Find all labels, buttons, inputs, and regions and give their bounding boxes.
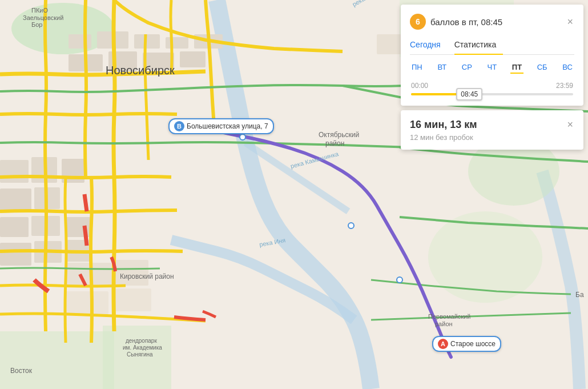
day-sun[interactable]: ВС (561, 62, 574, 74)
day-tue[interactable]: ВТ (436, 62, 448, 74)
svg-text:Новосибирск: Новосибирск (106, 64, 175, 77)
day-wed[interactable]: СР (460, 62, 474, 74)
time-end-label: 23:59 (556, 82, 573, 90)
svg-rect-7 (69, 34, 91, 49)
tab-statistics[interactable]: Статистика (454, 37, 504, 55)
svg-text:Сынягина: Сынягина (127, 351, 153, 358)
traffic-title-text: баллов в пт, 08:45 (430, 17, 502, 27)
route-panel: 16 мин, 13 км × 12 мин без пробок (401, 110, 583, 150)
svg-text:Октябрьский: Октябрьский (319, 131, 359, 139)
svg-rect-29 (66, 291, 108, 314)
map-container: ПКиО Заельцовский Бор Новосибирск Октябр… (0, 0, 588, 389)
svg-point-36 (397, 277, 402, 283)
svg-rect-30 (114, 288, 151, 311)
traffic-header: 6 баллов в пт, 08:45 × (410, 14, 574, 30)
marker-a: А Старое шоссе (432, 336, 501, 352)
day-thu[interactable]: ЧТ (486, 62, 499, 74)
svg-text:Восток: Восток (10, 367, 33, 375)
route-close-button[interactable]: × (566, 118, 574, 131)
svg-rect-27 (66, 263, 111, 286)
slider-thumb[interactable]: 08:45 (456, 88, 482, 101)
day-fri[interactable]: ПТ (510, 62, 523, 74)
svg-text:им. Академика: им. Академика (123, 344, 162, 351)
marker-b-text: Большевистская улица, 7 (187, 122, 268, 130)
marker-b: В Большевистская улица, 7 (168, 118, 274, 134)
tab-today[interactable]: Сегодня (410, 37, 448, 55)
traffic-score-badge: 6 (410, 14, 426, 30)
svg-text:район: район (435, 320, 453, 327)
day-selector: ПН ВТ СР ЧТ ПТ СБ ВС (410, 62, 574, 74)
svg-rect-15 (180, 51, 206, 67)
svg-rect-16 (0, 160, 29, 183)
svg-rect-10 (166, 37, 188, 49)
svg-rect-9 (134, 34, 160, 49)
svg-text:район: район (325, 139, 344, 147)
svg-rect-2 (0, 331, 114, 389)
tabs-row: Сегодня Статистика (410, 37, 574, 55)
svg-rect-21 (0, 217, 29, 237)
route-no-traffic: 12 мин без пробок (410, 133, 574, 142)
traffic-close-button[interactable]: × (566, 15, 574, 28)
svg-point-34 (240, 134, 245, 140)
day-sat[interactable]: СБ (535, 62, 549, 74)
traffic-title-row: 6 баллов в пт, 08:45 (410, 14, 502, 30)
svg-text:Бор: Бор (31, 21, 42, 28)
svg-text:ПКиО: ПКиО (31, 7, 48, 14)
svg-text:Ба: Ба (575, 291, 584, 299)
marker-a-text: Старое шоссе (450, 340, 496, 348)
svg-point-35 (348, 223, 354, 228)
marker-badge-b: В (174, 121, 184, 131)
time-slider-container: 00:00 23:59 08:45 (410, 82, 574, 95)
svg-rect-19 (0, 189, 31, 211)
traffic-panel: 6 баллов в пт, 08:45 × Сегодня Статистик… (401, 5, 583, 106)
time-start-label: 00:00 (411, 82, 428, 90)
time-labels: 00:00 23:59 (411, 82, 573, 90)
marker-badge-a: А (438, 339, 448, 349)
svg-text:Первомайский: Первомайский (428, 313, 470, 320)
route-header: 16 мин, 13 км × (410, 118, 574, 131)
route-duration: 16 мин, 13 км (410, 119, 477, 131)
svg-text:Заельцовский: Заельцовский (23, 14, 63, 21)
day-mon[interactable]: ПН (410, 62, 424, 74)
svg-rect-23 (0, 243, 31, 266)
slider-track[interactable]: 08:45 (411, 93, 573, 95)
svg-text:Кировский район: Кировский район (120, 272, 174, 280)
svg-text:дендропарк: дендропарк (126, 338, 157, 344)
